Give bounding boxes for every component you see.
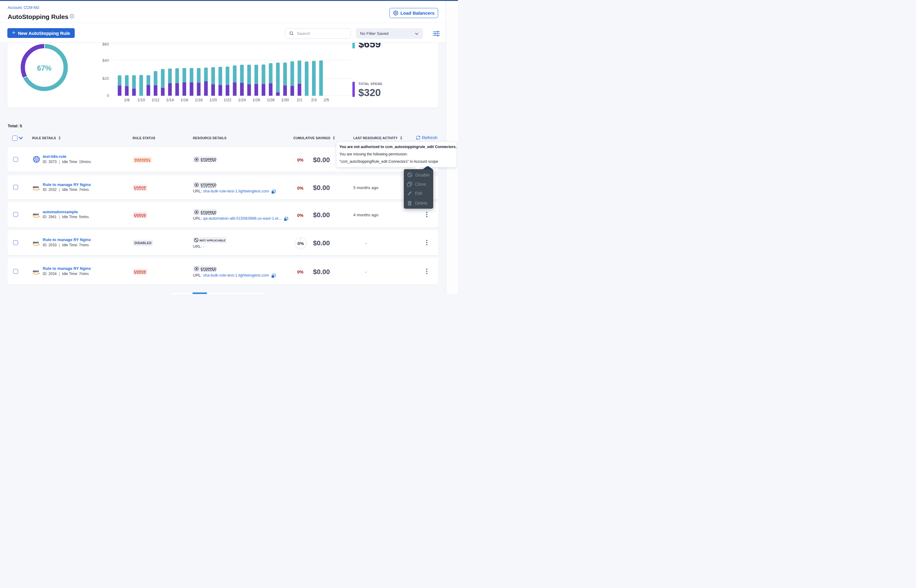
svg-text:aws: aws [33, 241, 39, 244]
svg-text:$40: $40 [102, 58, 109, 63]
svg-text:aws: aws [33, 269, 39, 273]
svg-text:2/5: 2/5 [324, 98, 329, 102]
svg-text:TOTAL SPEND: TOTAL SPEND [359, 82, 382, 86]
svg-text:1/26: 1/26 [252, 98, 260, 102]
svg-text:2/1: 2/1 [297, 98, 302, 102]
svg-text:aws: aws [33, 212, 39, 216]
svg-text:1/30: 1/30 [281, 98, 289, 102]
svg-text:$20: $20 [102, 76, 109, 81]
svg-text:1/28: 1/28 [267, 98, 274, 102]
svg-text:67%: 67% [37, 64, 52, 72]
svg-text:$659: $659 [359, 43, 381, 50]
svg-text:$320: $320 [359, 87, 381, 98]
svg-text:1/20: 1/20 [209, 98, 217, 102]
svg-text:1/8: 1/8 [124, 98, 129, 102]
svg-text:1/10: 1/10 [137, 98, 145, 102]
svg-text:1/16: 1/16 [180, 98, 188, 102]
svg-text:1/14: 1/14 [166, 98, 173, 102]
svg-text:1/22: 1/22 [223, 98, 231, 102]
svg-text:1/24: 1/24 [238, 98, 246, 102]
svg-text:$60: $60 [102, 43, 109, 47]
svg-text:1/12: 1/12 [152, 98, 159, 102]
svg-text:aws: aws [33, 185, 39, 189]
svg-text:0: 0 [107, 93, 109, 98]
svg-text:2/3: 2/3 [311, 98, 317, 102]
svg-text:1/18: 1/18 [195, 98, 202, 102]
